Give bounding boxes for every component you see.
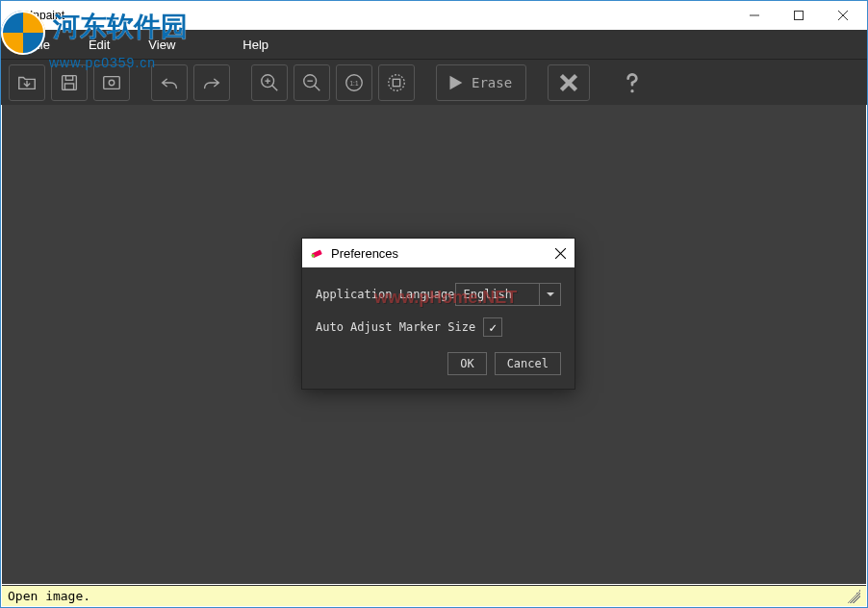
svg-rect-8	[64, 83, 73, 89]
svg-rect-3	[795, 12, 804, 20]
menu-view[interactable]: View	[129, 30, 194, 59]
chevron-down-icon	[539, 284, 560, 305]
preview-button[interactable]	[93, 64, 130, 101]
preferences-dialog: Preferences Application Language English…	[301, 238, 575, 390]
menu-help[interactable]: Help	[223, 30, 288, 59]
menu-bar: File Edit View Help	[1, 30, 867, 59]
resize-grip-icon[interactable]	[847, 590, 860, 603]
app-icon	[9, 8, 24, 23]
maximize-button[interactable]	[777, 1, 821, 30]
svg-point-10	[109, 80, 115, 86]
dialog-icon	[310, 245, 325, 261]
close-button[interactable]	[821, 1, 865, 30]
svg-rect-21	[393, 79, 399, 86]
menu-edit[interactable]: Edit	[69, 30, 129, 59]
zoom-out-button[interactable]	[294, 64, 330, 101]
ok-button[interactable]: OK	[447, 352, 486, 375]
window-titlebar: Inpaint	[1, 1, 867, 30]
zoom-in-button[interactable]	[251, 64, 288, 101]
help-button[interactable]	[611, 64, 653, 101]
open-button[interactable]	[9, 64, 45, 101]
svg-text:1:1: 1:1	[350, 79, 359, 86]
status-message: Open image.	[8, 589, 90, 603]
erase-label: Erase	[472, 75, 512, 90]
dialog-title: Preferences	[331, 246, 398, 261]
zoom-fit-button[interactable]	[378, 64, 415, 101]
language-label: Application Language	[316, 288, 455, 301]
erase-button[interactable]: Erase	[436, 64, 526, 101]
dialog-titlebar: Preferences	[302, 239, 574, 267]
undo-button[interactable]	[151, 64, 188, 101]
cancel-erase-button[interactable]	[548, 64, 590, 101]
save-button[interactable]	[51, 64, 88, 101]
toolbar: 1:1 Erase	[1, 59, 867, 105]
svg-line-12	[272, 85, 278, 90]
svg-rect-9	[104, 76, 120, 89]
svg-point-24	[631, 89, 634, 92]
svg-rect-7	[65, 75, 72, 80]
svg-point-20	[389, 74, 405, 90]
language-value: English	[456, 288, 540, 301]
menu-file[interactable]: File	[1, 30, 69, 59]
redo-button[interactable]	[193, 64, 230, 101]
auto-adjust-label: Auto Adjust Marker Size	[316, 320, 475, 334]
minimize-button[interactable]	[732, 1, 777, 30]
svg-line-16	[315, 85, 320, 90]
window-title: Inpaint	[30, 9, 64, 22]
auto-adjust-checkbox[interactable]	[483, 317, 502, 337]
cancel-button[interactable]: Cancel	[495, 352, 561, 375]
zoom-actual-button[interactable]: 1:1	[336, 64, 372, 101]
language-select[interactable]: English	[455, 283, 562, 306]
dialog-close-button[interactable]	[546, 239, 574, 267]
status-bar: Open image.	[2, 585, 866, 606]
